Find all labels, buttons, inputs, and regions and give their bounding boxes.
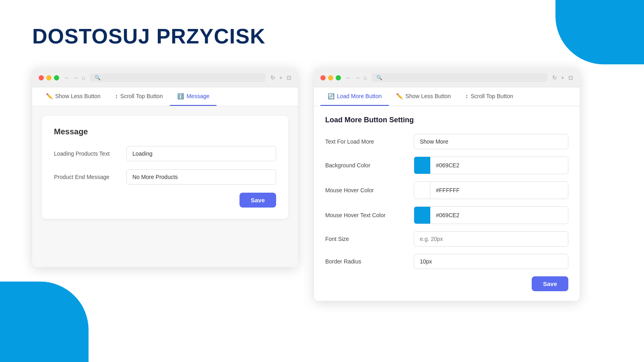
loading-text-input[interactable]: [126, 146, 276, 161]
tab-message-left[interactable]: ℹ️ Message: [170, 87, 217, 106]
nav-home[interactable]: ⌂: [82, 74, 85, 81]
setting-input-font-size[interactable]: [414, 231, 568, 247]
setting-label-hover-color: Mouse Hover Color: [325, 187, 406, 193]
hover-color-input-wrapper: [414, 181, 568, 199]
right-nav-back[interactable]: ←: [346, 74, 351, 81]
end-message-input[interactable]: [126, 169, 276, 185]
dot-yellow: [46, 75, 52, 80]
right-menu-icon[interactable]: ⊡: [568, 74, 573, 81]
left-browser-actions: ↻ + ⊡: [270, 74, 291, 81]
settings-title: Load More Button Setting: [325, 116, 568, 124]
page-title: DOSTOSUJ PRZYCISK: [32, 24, 612, 48]
hover-text-color-swatch[interactable]: [414, 207, 430, 224]
dot-green: [54, 75, 59, 80]
hover-color-text-input[interactable]: [430, 183, 568, 197]
setting-row-font-size: Font Size: [325, 231, 568, 247]
add-tab-icon[interactable]: +: [279, 74, 283, 81]
left-browser-content: Message Loading Products Text Product En…: [32, 106, 298, 267]
setting-label-border-radius: Border Radius: [325, 258, 406, 265]
tab-show-less-right[interactable]: ✏️ Show Less Button: [389, 87, 458, 106]
setting-label-font-size: Font Size: [325, 236, 406, 242]
right-browser-chrome: ← → ⌂ 🔍 ↻ + ⊡: [314, 68, 580, 87]
browsers-container: ← → ⌂ 🔍 ↻ + ⊡ ✏️ Show Less Button: [32, 68, 612, 301]
tab-load-more-label: Load More Button: [337, 93, 382, 99]
tab-show-less-left[interactable]: ✏️ Show Less Button: [39, 87, 108, 106]
tab-scroll-top-label-left: Scroll Top Button: [120, 93, 163, 99]
left-browser-window: ← → ⌂ 🔍 ↻ + ⊡ ✏️ Show Less Button: [32, 68, 298, 267]
search-icon: 🔍: [95, 75, 101, 80]
bg-color-input-wrapper: [414, 156, 568, 174]
setting-row-text: Text For Load More: [325, 134, 568, 149]
message-save-button[interactable]: Save: [239, 193, 276, 208]
right-browser-actions: ↻ + ⊡: [552, 74, 573, 81]
tab-load-more[interactable]: 🔃 Load More Button: [320, 87, 389, 106]
right-refresh-icon[interactable]: ↻: [552, 74, 557, 81]
right-search-bar[interactable]: 🔍: [372, 73, 547, 82]
loading-text-label: Loading Products Text: [54, 150, 118, 157]
tab-show-less-label-left: Show Less Button: [55, 93, 101, 99]
setting-label-hover-text-color: Mouse Hover Text Color: [325, 212, 406, 218]
left-search-bar[interactable]: 🔍: [90, 73, 265, 82]
nav-back[interactable]: ←: [64, 74, 70, 81]
setting-input-border-radius[interactable]: [414, 254, 568, 269]
right-dot-red: [320, 75, 326, 80]
show-less-icon-right: ✏️: [396, 93, 403, 99]
tab-scroll-top-label-right: Scroll Top Button: [471, 93, 513, 99]
right-window-dots: [320, 75, 341, 80]
right-nav-arrows: ← → ⌂: [346, 74, 367, 81]
scroll-top-icon-left: ↕: [115, 93, 118, 99]
settings-form-actions: Save: [325, 276, 568, 291]
nav-forward[interactable]: →: [73, 74, 78, 81]
message-card: Message Loading Products Text Product En…: [42, 116, 288, 219]
refresh-icon[interactable]: ↻: [270, 74, 275, 81]
bg-color-swatch[interactable]: [414, 157, 430, 174]
right-browser-window: ← → ⌂ 🔍 ↻ + ⊡ 🔃 Load More Button: [314, 68, 580, 301]
setting-label-bg-color: Background Color: [325, 162, 406, 169]
right-search-icon: 🔍: [376, 75, 382, 80]
tab-show-less-label-right: Show Less Button: [405, 93, 451, 99]
right-nav-home[interactable]: ⌂: [363, 74, 367, 81]
hover-color-swatch[interactable]: [414, 182, 430, 199]
tab-message-label-left: Message: [186, 93, 209, 99]
right-nav-forward[interactable]: →: [355, 74, 360, 81]
right-dot-yellow: [328, 75, 333, 80]
left-browser-tabs: ✏️ Show Less Button ↕ Scroll Top Button …: [32, 87, 298, 106]
left-window-dots: [39, 75, 59, 80]
load-more-icon: 🔃: [328, 93, 334, 99]
settings-content: Load More Button Setting Text For Load M…: [314, 106, 580, 301]
right-browser-tabs: 🔃 Load More Button ✏️ Show Less Button ↕…: [314, 87, 580, 106]
right-add-tab-icon[interactable]: +: [561, 74, 564, 81]
scroll-top-icon-right: ↕: [465, 93, 468, 99]
tab-scroll-top-right[interactable]: ↕ Scroll Top Button: [458, 87, 520, 106]
settings-save-button[interactable]: Save: [532, 276, 568, 291]
left-nav-arrows: ← → ⌂: [64, 74, 85, 81]
hover-text-color-text-input[interactable]: [430, 208, 568, 222]
setting-row-hover-text-color: Mouse Hover Text Color: [325, 206, 568, 224]
message-section-title: Message: [54, 127, 276, 136]
hover-text-color-input-wrapper: [414, 206, 568, 224]
tab-scroll-top-left[interactable]: ↕ Scroll Top Button: [108, 87, 170, 106]
dot-red: [39, 75, 44, 80]
setting-input-text[interactable]: [414, 134, 568, 149]
show-less-icon-left: ✏️: [46, 93, 53, 99]
bg-color-text-input[interactable]: [430, 158, 568, 173]
setting-row-border-radius: Border Radius: [325, 254, 568, 269]
menu-icon[interactable]: ⊡: [287, 74, 291, 81]
setting-row-hover-color: Mouse Hover Color: [325, 181, 568, 199]
end-message-row: Product End Message: [54, 169, 276, 185]
setting-row-bg-color: Background Color: [325, 156, 568, 174]
message-icon-left: ℹ️: [177, 93, 184, 99]
left-browser-chrome: ← → ⌂ 🔍 ↻ + ⊡: [32, 68, 298, 87]
end-message-label: Product End Message: [54, 174, 118, 180]
right-dot-green: [336, 75, 341, 80]
loading-text-row: Loading Products Text: [54, 146, 276, 161]
message-form-actions: Save: [54, 193, 276, 208]
setting-label-text: Text For Load More: [325, 138, 406, 145]
